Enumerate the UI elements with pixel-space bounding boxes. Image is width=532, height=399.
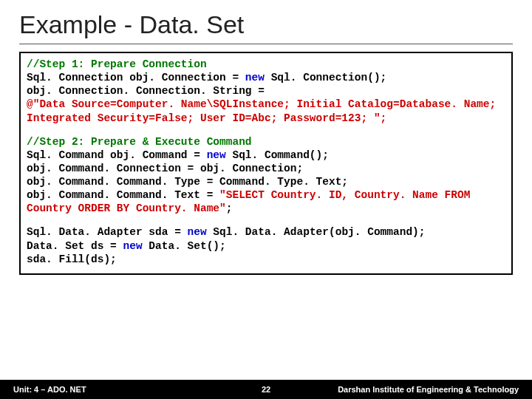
code-line: Sql. Command obj. Command = <box>27 149 207 161</box>
code-block-step2: //Step 2: Prepare & Execute Command Sql.… <box>27 135 505 216</box>
code-line: sda. Fill(ds); <box>27 253 505 266</box>
code-line: obj. Command. Connection = obj. Connecti… <box>27 162 505 175</box>
footer-unit: Unit: 4 – ADO. NET <box>13 385 86 394</box>
code-line: Sql. Connection(); <box>265 72 386 83</box>
slide-title: Example - Data. Set <box>19 10 513 39</box>
code-line: Data. Set(); <box>143 240 226 252</box>
keyword-new: new <box>207 149 226 161</box>
code-line: Sql. Command(); <box>226 149 329 161</box>
keyword-new: new <box>245 72 265 83</box>
code-line: ; <box>226 202 233 214</box>
comment-step2: //Step 2: Prepare & Execute Command <box>27 136 252 148</box>
keyword-new: new <box>188 226 207 238</box>
keyword-new: new <box>123 240 143 252</box>
code-block-step3: Sql. Data. Adapter sda = new Sql. Data. … <box>27 225 505 265</box>
code-line: Sql. Data. Adapter(obj. Command); <box>207 226 426 238</box>
string-literal: @"Data Source=Computer. Name\SQLInstance… <box>27 98 496 123</box>
slide-footer: Unit: 4 – ADO. NET 22 Darshan Institute … <box>0 380 532 399</box>
code-block-step1: //Step 1: Prepare Connection Sql. Connec… <box>27 58 505 125</box>
code-line: Sql. Connection obj. Connection = <box>27 72 245 83</box>
code-line: obj. Connection. Connection. String = <box>27 84 505 98</box>
code-box: //Step 1: Prepare Connection Sql. Connec… <box>19 52 513 275</box>
footer-page-number: 22 <box>262 385 270 394</box>
title-divider <box>19 44 513 44</box>
code-line: Sql. Data. Adapter sda = <box>27 226 188 238</box>
code-line: obj. Command. Command. Text = <box>27 189 219 201</box>
code-line: Data. Set ds = <box>27 240 123 252</box>
slide: Example - Data. Set //Step 1: Prepare Co… <box>0 0 532 399</box>
comment-step1: //Step 1: Prepare Connection <box>27 58 207 70</box>
code-line: obj. Command. Command. Type = Command. T… <box>27 175 505 188</box>
footer-institute: Darshan Institute of Engineering & Techn… <box>338 385 519 394</box>
